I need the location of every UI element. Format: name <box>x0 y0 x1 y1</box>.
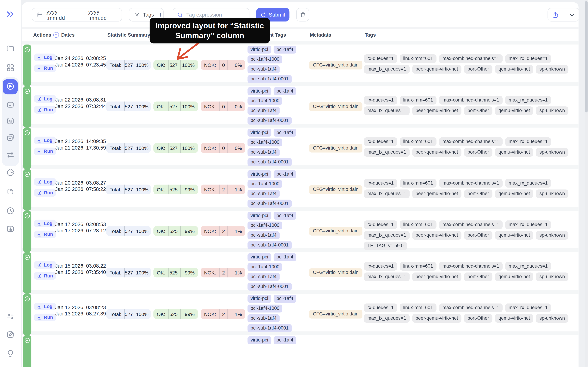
share-icon <box>552 11 559 18</box>
row-actions: Log Run <box>34 137 56 155</box>
log-button[interactable]: Log <box>34 178 56 186</box>
important-tag-pill: virtio-pci <box>248 129 271 137</box>
tag-pill: sp-unknown <box>536 190 568 198</box>
open-log-icon <box>37 304 42 309</box>
date-range-input[interactable]: yyyy .mm.dd – yyyy .mm.dd <box>32 8 122 21</box>
check-circle-icon <box>24 47 30 53</box>
tag-pill: port-Other <box>464 65 492 74</box>
calendar-icon <box>37 11 43 18</box>
total-count: 527 <box>124 267 133 277</box>
run-button[interactable]: Run <box>34 189 56 197</box>
sidebar-item-documents[interactable] <box>0 184 21 200</box>
sidebar-item-charts[interactable] <box>0 222 21 237</box>
add-tag-filter-icon[interactable]: + <box>158 11 162 18</box>
sidebar-item-editor[interactable] <box>0 328 21 343</box>
sidebar-item-history[interactable] <box>0 204 21 219</box>
sidebar-expand-button[interactable] <box>0 7 21 22</box>
open-log-icon <box>37 138 42 143</box>
sidebar-item-messages[interactable] <box>0 98 21 113</box>
run-button[interactable]: Run <box>34 65 56 72</box>
tag-pill: linux-mm=601 <box>400 220 436 229</box>
tag-expression-input[interactable] <box>186 12 245 18</box>
important-tag-pill: pci-1af4-1000 <box>248 222 282 229</box>
nok-count: 2 <box>219 309 225 319</box>
total-percent: 100% <box>136 184 148 194</box>
important-tag-pill: pci-1af4-1000 <box>248 138 282 146</box>
status-bar-success <box>23 128 31 169</box>
lightbulb-icon <box>6 349 15 359</box>
tag-pill: qemu-virtio-net <box>495 273 533 281</box>
stat-ok: OK: 525 99% <box>153 267 198 277</box>
run-button[interactable]: Run <box>34 106 56 114</box>
important-tag-pill: pci-1af4 <box>273 129 296 137</box>
sidebar-item-statistics[interactable] <box>0 166 21 181</box>
total-count: 527 <box>124 226 133 236</box>
table-row: Log Run Jan 17 2026, 03:08:53 Jan 17 202… <box>22 211 579 252</box>
annotation-line1: Improved layout for “Statistic <box>153 21 266 31</box>
header-statistic-summary: Statistic Summary <box>107 32 150 38</box>
important-tag-pill: pci-sub-1af4 <box>248 273 280 281</box>
tag-pill: port-Other <box>464 273 492 281</box>
tag-pill: max_tx_queues=1 <box>364 190 410 198</box>
stat-nok: NOK: 2 1% <box>201 309 245 319</box>
status-bar-success <box>23 252 31 294</box>
sidebar-item-folder[interactable] <box>0 42 21 57</box>
stat-nok: NOK: 2 1% <box>201 184 245 194</box>
important-tag-pill: pci-sub-1af4-0001 <box>248 117 292 125</box>
log-button[interactable]: Log <box>34 303 56 310</box>
export-menu-toggle[interactable] <box>569 11 575 18</box>
important-tag-pill: pci-sub-1af4 <box>248 107 280 115</box>
run-button[interactable]: Run <box>34 148 56 155</box>
important-tag-pill: pci-sub-1af4-0001 <box>248 324 292 332</box>
important-tags-list: virtio-pcipci-1af4pci-1af4-1000pci-sub-1… <box>248 212 303 249</box>
sidebar-item-help[interactable] <box>0 346 21 362</box>
row-dates: Jan 20 2026, 03:08:27 Jan 20 2026, 07:58… <box>55 180 106 192</box>
important-tags-list: virtio-pcipci-1af4pci-1af4-1000pci-sub-1… <box>248 46 303 83</box>
nok-percent: 1% <box>227 184 242 194</box>
log-button[interactable]: Log <box>34 54 56 61</box>
tag-pill: rx-queues=1 <box>364 303 397 312</box>
log-button[interactable]: Log <box>34 95 56 103</box>
log-button[interactable]: Log <box>34 261 56 269</box>
statistic-summary: Total: 527 100% OK: 527 100% NOK: 0 0% <box>106 143 245 153</box>
sidebar-item-settings[interactable] <box>0 309 21 325</box>
sidebar-item-reports[interactable] <box>0 131 21 146</box>
stat-ok: OK: 527 100% <box>153 101 198 111</box>
export-button[interactable] <box>552 11 559 18</box>
tag-pill: qemu-virtio-net <box>495 107 533 115</box>
total-count: 527 <box>124 143 133 153</box>
log-button[interactable]: Log <box>34 137 56 144</box>
clock-icon <box>6 206 15 216</box>
ok-percent: 100% <box>180 143 195 153</box>
check-circle-icon <box>24 88 30 94</box>
log-button[interactable]: Log <box>34 220 56 227</box>
table-row: Log Run Jan 22 2026, 03:08:31 Jan 22 202… <box>22 86 579 128</box>
funnel-icon <box>134 12 140 18</box>
tag-pill: qemu-virtio-net <box>495 148 533 157</box>
metadata-pill: CFG=virtio_virtio:dain <box>309 227 362 235</box>
row-dates: Jan 24 2026, 03:08:25 Jan 24 2026, 07:23… <box>55 55 106 68</box>
clear-filters-button[interactable] <box>296 8 309 21</box>
run-button[interactable]: Run <box>34 231 56 238</box>
run-button[interactable]: Run <box>34 272 56 280</box>
sidebar-item-metrics[interactable] <box>0 114 21 129</box>
sidebar-item-compare[interactable] <box>0 148 21 163</box>
run-button[interactable]: Run <box>34 314 56 321</box>
open-run-icon <box>37 190 42 195</box>
open-run-icon <box>37 232 42 237</box>
nok-count: 2 <box>219 226 225 236</box>
sidebar-item-dashboard[interactable] <box>0 61 21 76</box>
app: yyyy .mm.dd – yyyy .mm.dd Tags + <box>0 0 588 367</box>
stat-ok: OK: 525 99% <box>153 226 198 236</box>
row-dates: Jan 21 2026, 14:09:35 Jan 21 2026, 17:30… <box>55 138 106 151</box>
important-tag-pill: pci-1af4-1000 <box>248 263 282 271</box>
status-bar-success <box>23 169 31 211</box>
scrollbar-thumb[interactable] <box>585 1 588 112</box>
important-tag-pill: pci-sub-1af4 <box>248 314 280 322</box>
question-circle-icon[interactable]: ? <box>53 32 59 38</box>
important-tag-pill: pci-sub-1af4-0001 <box>248 283 292 291</box>
button-divider <box>564 10 564 19</box>
total-count: 527 <box>124 309 133 319</box>
run-label: Run <box>44 315 53 320</box>
sidebar-item-runs[interactable] <box>3 79 18 94</box>
